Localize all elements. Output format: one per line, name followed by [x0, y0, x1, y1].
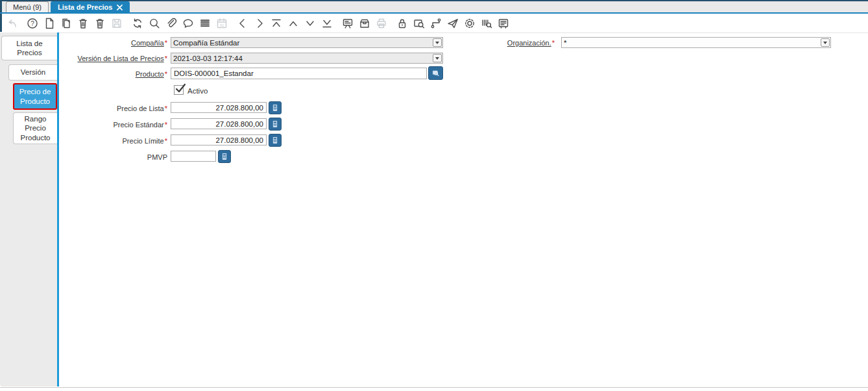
sidebar-tab-label: Precio de Producto [16, 87, 54, 106]
precio-estandar-label: Precio Estándar* [59, 121, 167, 129]
version-label-text[interactable]: Versión de Lista de Precios [77, 55, 163, 62]
activo-label: Activo [187, 87, 208, 95]
precio-limite-label: Precio Límite* [59, 137, 167, 145]
new-record-icon[interactable] [43, 17, 56, 30]
chat-icon[interactable] [182, 17, 195, 30]
precio-estandar-calculator-button[interactable] [269, 118, 282, 131]
sidebar-tab-lista-de-precios[interactable]: Lista de Precios [1, 36, 57, 60]
attachment-icon[interactable] [165, 17, 178, 30]
compania-combobox[interactable] [171, 37, 443, 48]
required-mark: * [165, 70, 167, 78]
producto-search-button[interactable] [428, 66, 443, 80]
sidebar-tab-label: Versión [21, 68, 45, 77]
sidebar-accent-line [57, 32, 59, 386]
precio-lista-input[interactable] [171, 102, 267, 113]
find-icon[interactable] [148, 17, 161, 30]
pmvp-label: PMVP [59, 153, 167, 161]
previous-record-icon[interactable] [236, 17, 249, 30]
organizacion-combobox[interactable] [561, 37, 831, 48]
producto-label: Producto* [59, 70, 167, 78]
sidebar-tab-precio-de-producto[interactable]: Precio de Producto [13, 83, 57, 110]
precio-estandar-input[interactable] [171, 118, 267, 129]
window-bottom-line [0, 387, 868, 388]
next-record-icon[interactable] [253, 17, 266, 30]
sidebar-tab-versi-n[interactable]: Versión [8, 64, 57, 81]
precio-limite-label-text: Precio Límite [123, 137, 164, 145]
organizacion-value[interactable] [562, 38, 820, 47]
pmvp-input[interactable] [171, 151, 216, 162]
version-value[interactable] [171, 53, 432, 63]
sidebar-tab-label: Lista de Precios [4, 39, 55, 58]
calculator-icon [220, 152, 229, 161]
window-tabbar: Menú (9)Lista de Precios [2, 1, 868, 12]
window-tab-men-9-[interactable]: Menú (9) [6, 1, 49, 12]
checkmark-icon [175, 83, 186, 94]
compania-label-text[interactable]: Compañía [131, 39, 164, 47]
organizacion-dropdown-button[interactable] [821, 38, 830, 47]
required-mark: * [165, 105, 167, 112]
content-divider [59, 32, 868, 33]
svg-text:31: 31 [220, 23, 224, 27]
window-tab-lista-de-precios[interactable]: Lista de Precios [51, 1, 130, 12]
producto-label-text[interactable]: Producto [136, 70, 164, 78]
calendar-icon: 31 [215, 17, 228, 30]
workflow-icon[interactable] [429, 17, 442, 30]
send-request-icon[interactable] [446, 17, 459, 30]
svg-text:?: ? [30, 19, 34, 27]
calculator-icon [271, 103, 280, 112]
calculator-icon [271, 120, 280, 129]
precio-limite-calculator-button[interactable] [269, 134, 282, 147]
compania-value[interactable] [171, 38, 432, 47]
pmvp-calculator-button[interactable] [218, 150, 231, 163]
compania-dropdown-button[interactable] [433, 38, 442, 47]
first-record-icon[interactable] [270, 17, 283, 30]
organizacion-label-text[interactable]: Organización. [507, 39, 551, 47]
grid-toggle-icon[interactable] [199, 17, 211, 30]
required-mark: * [165, 121, 167, 129]
close-icon[interactable] [117, 5, 123, 10]
window-tab-label: Lista de Precios [58, 2, 112, 12]
product-info-icon[interactable] [480, 17, 493, 30]
precio-limite-input[interactable] [171, 134, 267, 145]
preferences-icon[interactable] [463, 17, 476, 30]
activo-checkbox[interactable] [174, 85, 184, 95]
precio-lista-label: Precio de Lista* [59, 105, 167, 112]
version-combobox[interactable] [171, 53, 443, 64]
parent-record-icon[interactable] [287, 17, 300, 30]
sidebar-tab-rango-precio-producto[interactable]: Rango Precio Producto [13, 112, 57, 144]
report-icon[interactable] [341, 17, 354, 30]
required-mark: * [165, 137, 167, 145]
caret-down-icon [823, 42, 827, 44]
copy-record-icon[interactable] [60, 17, 73, 30]
last-record-icon[interactable] [320, 17, 333, 30]
delete-selection-icon[interactable] [93, 17, 106, 30]
window-tab-label: Menú (9) [13, 2, 42, 12]
caret-down-icon [435, 57, 439, 60]
application-window: Menú (9)Lista de Precios ?31 Lista de Pr… [0, 0, 868, 391]
undo-icon [5, 17, 18, 30]
required-mark: * [165, 55, 167, 62]
quick-form-icon[interactable] [497, 17, 510, 30]
archive-icon[interactable] [358, 17, 371, 30]
delete-record-icon[interactable] [77, 17, 90, 30]
record-search-icon [431, 68, 440, 78]
tab-sidebar: Lista de PreciosVersiónPrecio de Product… [0, 32, 57, 386]
zoom-across-icon[interactable] [413, 17, 426, 30]
help-icon[interactable]: ? [26, 17, 39, 30]
organizacion-label: Organización.* [454, 39, 555, 47]
toolbar: ?31 [2, 14, 868, 32]
sidebar-tab-label: Rango Precio Producto [16, 114, 55, 142]
precio-lista-calculator-button[interactable] [269, 101, 282, 114]
producto-input[interactable] [171, 68, 427, 79]
lock-icon[interactable] [396, 17, 409, 30]
version-label: Versión de Lista de Precios* [59, 55, 167, 62]
version-dropdown-button[interactable] [433, 54, 442, 62]
precio-estandar-label-text: Precio Estándar [113, 121, 163, 129]
save-icon [110, 17, 123, 30]
required-mark: * [552, 39, 555, 47]
calculator-icon [271, 136, 280, 145]
refresh-icon[interactable] [131, 17, 144, 30]
pmvp-label-text: PMVP [147, 153, 167, 161]
detail-record-icon[interactable] [304, 17, 317, 30]
required-mark: * [165, 39, 167, 47]
